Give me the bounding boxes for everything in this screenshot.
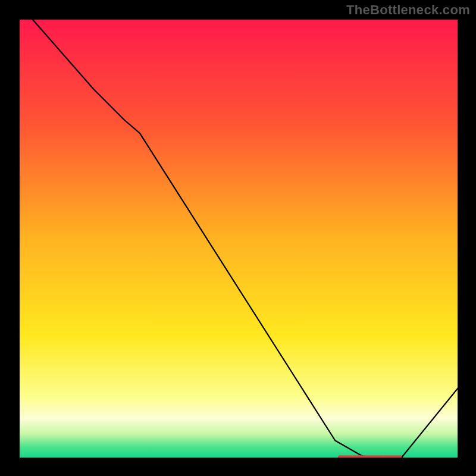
chart-stage: TheBottleneck.com [0,0,476,476]
bottleneck-chart [0,0,476,476]
plot-background [19,19,458,458]
